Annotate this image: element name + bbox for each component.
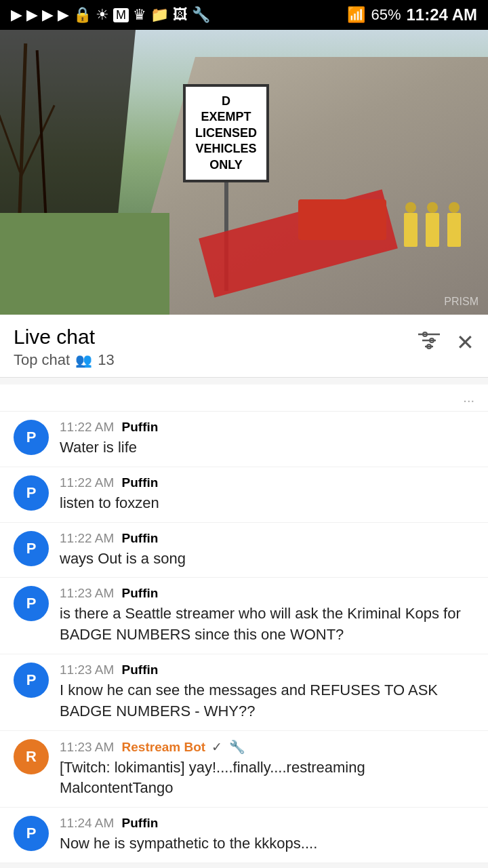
message-text: ways Out is a song <box>60 549 474 570</box>
message-time: 11:23 AM <box>60 663 114 677</box>
worker3 <box>447 213 461 247</box>
battery-text: 65% <box>371 6 401 24</box>
lock-icon: 🔒 <box>73 6 92 24</box>
message-item: R 11:23 AM Restream Bot ✓ 🔧 [Twitch: lok… <box>0 731 488 808</box>
message-username: Puffin <box>122 816 159 830</box>
avatar: P <box>14 663 49 698</box>
time-display: 11:24 AM <box>407 5 477 24</box>
crown-icon: ♛ <box>133 6 146 24</box>
yt-icon2: ▶ <box>26 6 38 24</box>
status-right: 📶 65% 11:24 AM <box>347 5 477 24</box>
message-content: 11:24 AM Puffin Now he is sympathetic to… <box>60 816 474 854</box>
chat-controls: ✕ <box>418 326 474 355</box>
message-username: Puffin <box>122 663 159 677</box>
avatar: P <box>14 586 49 621</box>
message-item: P 11:22 AM Puffin ways Out is a song <box>0 523 488 578</box>
message-content: 11:22 AM Puffin listen to foxzen <box>60 475 474 514</box>
avatar: P <box>14 420 49 455</box>
chat-subtitle: Top chat 👥 13 <box>14 351 115 369</box>
message-meta: 11:23 AM Puffin <box>60 586 474 601</box>
message-content: 11:22 AM Puffin ways Out is a song <box>60 531 474 570</box>
message-time: 11:24 AM <box>60 816 114 830</box>
yt-icon3: ▶ <box>42 6 54 24</box>
message-item: P 11:22 AM Puffin Water is life <box>0 412 488 467</box>
video-player[interactable]: D EXEMPT LICENSED VEHICLES ONLY PRISM <box>0 30 488 315</box>
yt-icon4: ▶ <box>58 6 69 24</box>
message-text: listen to foxzen <box>60 493 474 514</box>
m-icon: M <box>113 8 129 22</box>
video-scene: D EXEMPT LICENSED VEHICLES ONLY PRISM <box>0 30 488 315</box>
worker1 <box>404 213 418 247</box>
message-item: P 11:23 AM Puffin I know he can see the … <box>0 654 488 731</box>
message-username: Puffin <box>122 531 159 545</box>
status-icons: ▶ ▶ ▶ ▶ 🔒 ☀ M ♛ 📁 🖼 🔧 <box>11 6 210 24</box>
sign-line2: EXEMPT <box>195 109 257 125</box>
message-item: P 11:23 AM Puffin is there a Seattle str… <box>0 578 488 654</box>
message-content: 11:22 AM Puffin Water is life <box>60 420 474 458</box>
message-meta: 11:22 AM Puffin <box>60 420 474 435</box>
sign-line1: D <box>195 94 257 109</box>
message-time: 11:23 AM <box>60 586 114 600</box>
chat-title: Live chat <box>14 326 115 349</box>
message-username: Puffin <box>122 586 159 600</box>
message-time: 11:22 AM <box>60 531 114 545</box>
sign-line4: VEHICLES <box>195 141 257 157</box>
messages-list: ... P 11:22 AM Puffin Water is life P 11… <box>0 378 488 868</box>
message-meta: 11:23 AM Puffin <box>60 663 474 677</box>
viewer-count: 13 <box>98 351 114 369</box>
people-icon: 👥 <box>75 352 92 368</box>
status-bar: ▶ ▶ ▶ ▶ 🔒 ☀ M ♛ 📁 🖼 🔧 📶 65% 11:24 AM <box>0 0 488 30</box>
message-meta: 11:22 AM Puffin <box>60 531 474 546</box>
checkmark-icon: ✓ <box>211 740 222 754</box>
message-text: [Twitch: lokimantis] yay!....finally....… <box>60 757 474 800</box>
message-meta: 11:22 AM Puffin <box>60 475 474 490</box>
watermark: PRISM <box>444 296 479 308</box>
message-text: Now he is sympathetic to the kkkops.... <box>60 833 474 854</box>
message-text: Water is life <box>60 437 474 458</box>
chat-header: Live chat Top chat 👥 13 ✕ <box>0 315 488 378</box>
message-content: 11:23 AM Puffin I know he can see the me… <box>60 663 474 722</box>
message-content: 11:23 AM Puffin is there a Seattle strea… <box>60 586 474 646</box>
message-time: 11:22 AM <box>60 475 114 490</box>
wifi-icon: 📶 <box>347 6 365 24</box>
avatar: P <box>14 816 49 851</box>
avatar: P <box>14 531 49 566</box>
weather-icon: ☀ <box>96 6 109 24</box>
image-icon: 🖼 <box>173 6 188 24</box>
tool-icon: 🔧 <box>192 6 210 24</box>
message-username-orange: Restream Bot <box>122 740 206 754</box>
message-meta: 11:24 AM Puffin <box>60 816 474 831</box>
wrench-icon: 🔧 <box>229 740 245 754</box>
top-chat-label: Top chat <box>14 351 70 369</box>
close-icon[interactable]: ✕ <box>456 330 474 355</box>
message-content: 11:23 AM Restream Bot ✓ 🔧 [Twitch: lokim… <box>60 739 474 800</box>
workers <box>404 213 461 247</box>
sign-line5: ONLY <box>195 157 257 173</box>
message-item: P 11:22 AM Puffin listen to foxzen <box>0 467 488 523</box>
message-username: Puffin <box>122 420 159 434</box>
filter-icon[interactable] <box>418 330 440 355</box>
message-username: Puffin <box>122 475 159 490</box>
message-time: 11:22 AM <box>60 420 114 434</box>
truck <box>319 199 386 240</box>
truncated-indicator: ... <box>0 384 488 412</box>
avatar: P <box>14 475 49 511</box>
avatar: R <box>14 739 49 774</box>
worker2 <box>426 213 439 247</box>
message-meta: 11:23 AM Restream Bot ✓ 🔧 <box>60 739 474 755</box>
message-text: is there a Seattle streamer who will ask… <box>60 604 474 646</box>
message-item: P 11:24 AM Puffin Now he is sympathetic … <box>0 808 488 863</box>
folder-icon: 📁 <box>150 6 169 24</box>
message-time: 11:23 AM <box>60 740 114 754</box>
yt-icon: ▶ <box>11 6 22 24</box>
chat-title-area: Live chat Top chat 👥 13 <box>14 326 115 369</box>
sign-line3: LICENSED <box>195 125 257 141</box>
message-text: I know he can see the messages and REFUS… <box>60 680 474 722</box>
